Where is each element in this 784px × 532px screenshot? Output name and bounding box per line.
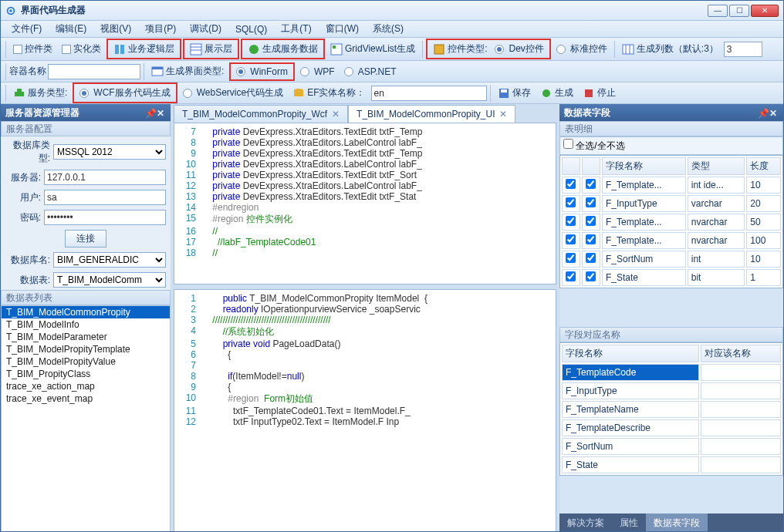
- field-row[interactable]: F_InputTypevarchar20: [562, 195, 781, 212]
- menu-item[interactable]: SQL(Q): [229, 22, 273, 36]
- tab-close-icon[interactable]: ✕: [499, 109, 507, 120]
- panel-close-icon[interactable]: ✕: [157, 108, 166, 117]
- service-type-label: 服务类型:: [9, 85, 71, 101]
- gridview-button[interactable]: GridViewList生成: [326, 41, 419, 57]
- table-list-item[interactable]: T_BIM_ModelCommonPropity: [2, 306, 170, 318]
- pin-icon[interactable]: 📌: [758, 108, 767, 117]
- checkbox-ctrl-class[interactable]: 控件类: [9, 41, 56, 57]
- table-list-item[interactable]: T_BIM_ModelPropityValue: [2, 355, 170, 368]
- gen-service-data-button[interactable]: 生成服务数据: [244, 41, 322, 57]
- radio-aspnet[interactable]: ASP.NET: [340, 65, 400, 79]
- field-row[interactable]: F_Statebit1: [562, 269, 781, 286]
- minimize-button[interactable]: —: [708, 5, 728, 17]
- table-list-item[interactable]: T_BIM_ModelPropityTemplate: [2, 343, 170, 355]
- svg-rect-17: [17, 89, 22, 92]
- ef-entity-input[interactable]: [371, 86, 487, 101]
- table-list-item[interactable]: trace_xe_event_map: [2, 392, 170, 405]
- connect-button[interactable]: 连接: [65, 230, 106, 247]
- field-row[interactable]: F_Template...int ide...10: [562, 177, 781, 194]
- svg-rect-15: [152, 67, 163, 69]
- server-input[interactable]: [44, 170, 166, 185]
- btab-fields[interactable]: 数据表字段: [646, 513, 708, 532]
- toolbar-2: 容器名称 生成界面类型: WinForm WPF ASP.NET: [1, 61, 783, 82]
- menu-item[interactable]: 项目(P): [139, 21, 182, 37]
- checkbox-impl-class[interactable]: 实化类: [58, 41, 105, 57]
- pin-icon[interactable]: 📌: [145, 108, 154, 117]
- biz-layer-button[interactable]: 业务逻辑层: [110, 41, 178, 57]
- toolbar-1: 控件类 实化类 业务逻辑层 展示层 生成服务数据 GridViewList生成 …: [1, 38, 783, 61]
- btab-properties[interactable]: 属性: [612, 513, 646, 532]
- svg-point-7: [249, 45, 259, 54]
- svg-rect-2: [115, 45, 119, 54]
- ef-entity-label: EF实体名称：: [289, 85, 369, 101]
- table-list-item[interactable]: T_BIM_ModelParameter: [2, 331, 170, 343]
- menu-item[interactable]: 编辑(E): [49, 21, 93, 37]
- editor-panel: T_BIM_ModelCommonPropity_Wcf✕ T_BIM_Mode…: [171, 104, 559, 532]
- panel-close-icon[interactable]: ✕: [769, 108, 779, 117]
- db-type-select[interactable]: MSSQL 2012: [53, 144, 166, 160]
- maximize-button[interactable]: ☐: [729, 5, 749, 17]
- svg-rect-23: [585, 89, 593, 97]
- radio-std-ctrl[interactable]: 标准控件: [553, 41, 611, 57]
- map-row[interactable]: F_State: [562, 456, 781, 473]
- menu-item[interactable]: 视图(V): [94, 21, 137, 37]
- field-row[interactable]: F_Template...nvarchar50: [562, 214, 781, 231]
- table-list-caption: 数据表列表: [1, 290, 171, 305]
- container-name-input[interactable]: [48, 64, 140, 79]
- svg-rect-10: [434, 45, 444, 54]
- generate-button[interactable]: 生成: [536, 85, 577, 101]
- field-map-caption: 字段对应名称: [559, 327, 783, 342]
- tab-close-icon[interactable]: ✕: [332, 109, 340, 120]
- btab-solution[interactable]: 解决方案: [559, 513, 612, 532]
- map-row[interactable]: F_TemplateName: [562, 401, 781, 418]
- close-button[interactable]: ✕: [751, 5, 779, 17]
- password-input[interactable]: [44, 210, 166, 225]
- menu-item[interactable]: 系统(S): [367, 21, 410, 37]
- stop-button[interactable]: 停止: [579, 85, 620, 101]
- fields-grid[interactable]: 字段名称类型长度 F_Template...int ide...10F_Inpu…: [559, 155, 783, 288]
- table-list-item[interactable]: T_BIM_PropityClass: [2, 368, 170, 380]
- menu-item[interactable]: 工具(T): [275, 21, 317, 37]
- user-input[interactable]: [44, 190, 166, 205]
- gen-cols-input[interactable]: [724, 42, 762, 57]
- menubar: 文件(F)编辑(E)视图(V)项目(P)调试(D)SQL(Q)工具(T)窗口(W…: [1, 21, 783, 38]
- radio-wcf[interactable]: WCF服务代码生成: [76, 85, 174, 101]
- svg-point-1: [9, 9, 12, 12]
- field-row[interactable]: F_SortNumint10: [562, 251, 781, 268]
- db-name-select[interactable]: BIM_GENERALDIC: [53, 252, 166, 268]
- tab-ui[interactable]: T_BIM_ModelCommonPropity_UI✕: [348, 105, 515, 123]
- menu-item[interactable]: 文件(F): [5, 21, 48, 37]
- fields-header: 数据表字段 📌✕: [559, 104, 783, 121]
- window-title: 界面代码生成器: [21, 4, 708, 17]
- map-row[interactable]: F_InputType: [562, 382, 781, 399]
- radio-wpf[interactable]: WPF: [296, 65, 339, 79]
- menu-item[interactable]: 窗口(W): [319, 21, 365, 37]
- code-editor-top[interactable]: 7 private DevExpress.XtraEditors.TextEdi…: [174, 123, 556, 285]
- view-layer-button[interactable]: 展示层: [186, 41, 236, 57]
- radio-webservice[interactable]: WebService代码生成: [179, 85, 287, 101]
- table-detail-caption: 表明细: [559, 121, 783, 136]
- field-row[interactable]: F_Template...nvarchar100: [562, 232, 781, 249]
- fields-panel: 数据表字段 📌✕ 表明细 全选/全不选 字段名称类型长度 F_Template.…: [559, 104, 783, 532]
- select-all-checkbox[interactable]: 全选/全不选: [563, 140, 625, 151]
- save-button[interactable]: 保存: [494, 85, 535, 101]
- map-row[interactable]: F_TemplateDescribe: [562, 419, 781, 436]
- titlebar: 界面代码生成器 — ☐ ✕: [1, 1, 783, 21]
- field-map-grid[interactable]: 字段名称对应该名称 F_TemplateCodeF_InputTypeF_Tem…: [559, 342, 783, 476]
- svg-rect-16: [15, 92, 24, 96]
- container-name-label: 容器名称: [9, 65, 46, 78]
- table-list-item[interactable]: T_BIM_ModelInfo: [2, 318, 170, 331]
- table-list[interactable]: T_BIM_ModelCommonPropityT_BIM_ModelInfoT…: [1, 305, 171, 532]
- svg-rect-19: [294, 90, 303, 96]
- map-row[interactable]: F_SortNum: [562, 438, 781, 455]
- svg-rect-9: [333, 45, 336, 49]
- toolbar-3: 服务类型: WCF服务代码生成 WebService代码生成 EF实体名称： 保…: [1, 82, 783, 104]
- menu-item[interactable]: 调试(D): [184, 21, 228, 37]
- radio-winform[interactable]: WinForm: [232, 65, 292, 79]
- table-select[interactable]: T_BIM_ModelComm: [53, 272, 166, 288]
- code-editor-bottom[interactable]: 1 public T_BIM_ModelCommonPropity ItemMo…: [174, 289, 556, 532]
- map-row[interactable]: F_TemplateCode: [562, 364, 781, 381]
- table-list-item[interactable]: trace_xe_action_map: [2, 380, 170, 392]
- tab-wcf[interactable]: T_BIM_ModelCommonPropity_Wcf✕: [174, 105, 348, 123]
- radio-dev-ctrl[interactable]: Dev控件: [491, 41, 547, 57]
